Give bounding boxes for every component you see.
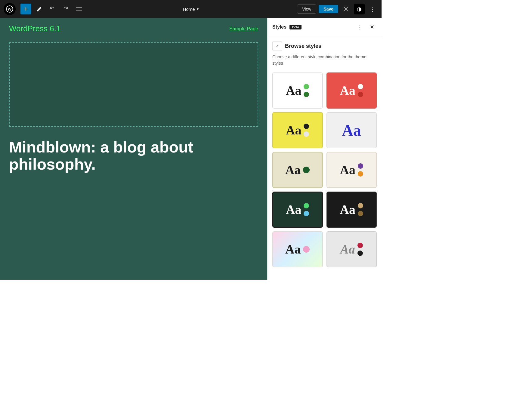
- sidebar-title: Styles: [272, 24, 286, 30]
- site-title: WordPress 6.1: [9, 24, 60, 33]
- style-card-7[interactable]: Aa: [272, 192, 323, 228]
- back-button[interactable]: ‹: [272, 41, 282, 51]
- undo-button[interactable]: [47, 4, 58, 14]
- home-label: Home: [183, 7, 195, 12]
- style-card-7-dots: [304, 203, 309, 216]
- style-card-8[interactable]: Aa: [326, 192, 377, 228]
- style-card-5[interactable]: Aa: [272, 152, 323, 188]
- svg-text:W: W: [8, 7, 12, 11]
- wp-logo: W: [4, 3, 16, 15]
- beta-badge: Beta: [289, 25, 302, 29]
- pencil-icon: [36, 6, 42, 12]
- half-circle-icon: ◑: [357, 6, 362, 12]
- svg-rect-6: [76, 11, 82, 11]
- redo-button[interactable]: [60, 4, 71, 14]
- sidebar-title-row: Styles Beta: [272, 24, 302, 30]
- toolbar-center: Home ▾: [87, 7, 295, 12]
- sidebar-actions: ⋮ ✕: [355, 22, 377, 32]
- canvas: WordPress 6.1 Sample Page Mindblown: a b…: [0, 18, 267, 280]
- style-card-3-dots: [304, 124, 309, 137]
- dot-forest: [303, 167, 310, 173]
- style-card-4-aa: Aa: [342, 122, 361, 139]
- style-card-1-aa: Aa: [286, 83, 301, 98]
- style-card-3-aa: Aa: [286, 123, 301, 137]
- style-card-6-aa: Aa: [340, 163, 355, 177]
- nav-link[interactable]: Sample Page: [229, 26, 258, 32]
- chevron-left-icon: ‹: [276, 43, 278, 49]
- toolbar: W Home ▾ View: [0, 0, 382, 18]
- save-button[interactable]: Save: [319, 5, 338, 13]
- tools-button[interactable]: [34, 4, 45, 14]
- style-card-1[interactable]: Aa: [272, 72, 323, 109]
- style-card-9-dots: [303, 246, 310, 253]
- toolbar-right: View Save ◑ ⋮: [297, 4, 378, 14]
- featured-image-placeholder[interactable]: [9, 42, 258, 127]
- settings-button[interactable]: [341, 4, 351, 14]
- style-card-4[interactable]: Aa: [326, 112, 377, 148]
- svg-rect-4: [76, 7, 82, 8]
- dot-brown: [358, 211, 363, 216]
- style-card-5-aa: Aa: [285, 163, 301, 177]
- style-card-8-aa: Aa: [340, 202, 355, 217]
- dot-crimson: [357, 243, 363, 248]
- chevron-down-icon: ▾: [197, 7, 199, 11]
- ellipsis-icon: ⋮: [370, 5, 376, 13]
- add-block-button[interactable]: [20, 4, 31, 14]
- dot-green-light: [304, 84, 309, 89]
- dot-black: [304, 124, 309, 129]
- gear-icon: [343, 6, 349, 12]
- style-card-10-aa: Aa: [340, 242, 355, 257]
- wp-icon: W: [6, 5, 13, 13]
- dot-near-black: [357, 251, 363, 256]
- style-card-2-aa: Aa: [340, 83, 355, 98]
- style-card-10[interactable]: Aa: [326, 231, 377, 267]
- sidebar-close-button[interactable]: ✕: [367, 22, 377, 32]
- style-card-2[interactable]: Aa: [326, 72, 377, 109]
- styles-grid: Aa Aa Aa: [272, 72, 377, 267]
- hero-text: Mindblown: a blog about philosophy.: [0, 130, 267, 173]
- main-area: WordPress 6.1 Sample Page Mindblown: a b…: [0, 18, 382, 280]
- plus-icon: [23, 7, 28, 11]
- more-options-button[interactable]: ⋮: [367, 4, 378, 14]
- dot-light: [304, 131, 309, 137]
- dot-purple: [358, 163, 363, 169]
- dot-pink: [303, 246, 310, 253]
- style-card-7-aa: Aa: [286, 202, 301, 217]
- style-card-6[interactable]: Aa: [326, 152, 377, 188]
- style-card-8-dots: [358, 203, 363, 216]
- sidebar-header: Styles Beta ⋮ ✕: [268, 18, 382, 36]
- style-card-5-dots: [303, 167, 310, 173]
- undo-icon: [49, 6, 55, 12]
- style-card-9[interactable]: Aa: [272, 231, 323, 267]
- style-card-9-aa: Aa: [285, 242, 301, 257]
- svg-point-7: [345, 8, 347, 10]
- close-icon: ✕: [370, 24, 374, 30]
- redo-icon: [63, 6, 69, 12]
- style-card-10-dots: [357, 243, 363, 256]
- style-card-3[interactable]: Aa: [272, 112, 323, 148]
- canvas-header: WordPress 6.1 Sample Page: [0, 18, 267, 39]
- view-button[interactable]: View: [297, 5, 316, 14]
- dot-red-dark: [358, 92, 363, 97]
- sidebar-more-button[interactable]: ⋮: [355, 22, 365, 32]
- dot-green-dark: [304, 92, 309, 97]
- dark-mode-toggle[interactable]: ◑: [354, 4, 365, 14]
- style-card-2-dots: [358, 84, 363, 97]
- browse-heading-row: ‹ Browse styles: [272, 41, 377, 51]
- dot-white: [358, 84, 363, 89]
- style-card-6-dots: [358, 163, 363, 177]
- svg-rect-5: [76, 9, 82, 9]
- browse-styles-description: Choose a different style combination for…: [272, 54, 377, 66]
- dot-cyan: [304, 211, 309, 216]
- list-icon: [76, 7, 82, 11]
- styles-sidebar: Styles Beta ⋮ ✕ ‹ Browse styles Choose a…: [267, 18, 382, 280]
- dot-orange: [358, 171, 363, 177]
- dot-tan: [358, 203, 363, 208]
- dot-green-bright: [304, 203, 309, 208]
- home-button[interactable]: Home ▾: [183, 7, 199, 12]
- vertical-dots-icon: ⋮: [357, 24, 363, 30]
- browse-styles-panel: ‹ Browse styles Choose a different style…: [268, 36, 382, 280]
- list-view-button[interactable]: [73, 4, 84, 14]
- browse-styles-title: Browse styles: [285, 43, 321, 49]
- style-card-1-dots: [304, 84, 309, 97]
